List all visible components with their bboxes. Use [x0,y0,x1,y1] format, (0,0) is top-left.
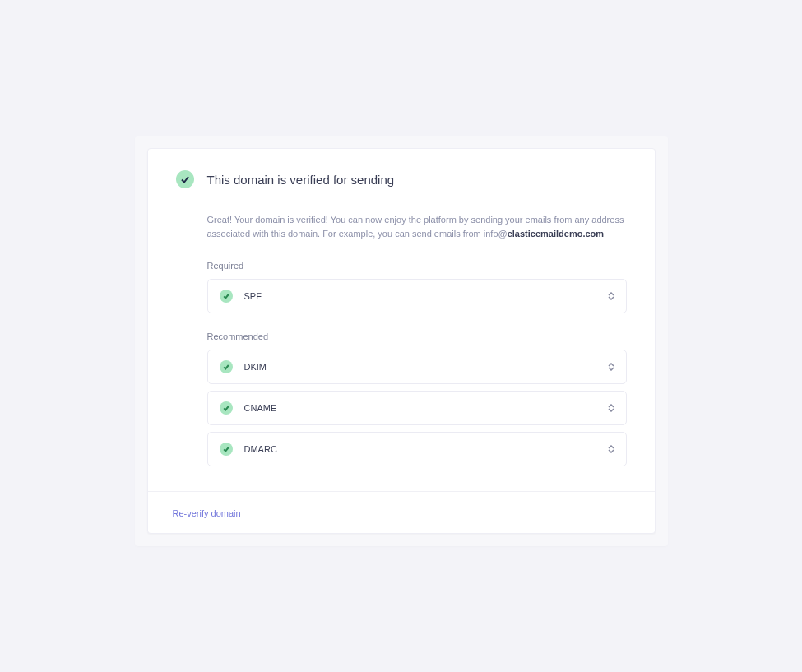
expand-collapse-icon [608,363,614,371]
expand-collapse-icon [608,445,614,453]
record-cname[interactable]: CNAME [207,391,627,425]
check-icon [220,290,233,303]
card-description: Great! Your domain is verified! You can … [176,213,627,241]
record-dmarc[interactable]: DMARC [207,432,627,466]
reverify-link[interactable]: Re-verify domain [173,508,241,518]
card-title: This domain is verified for sending [207,173,395,187]
record-dkim[interactable]: DKIM [207,350,627,384]
record-name: DMARC [244,444,608,454]
expand-collapse-icon [608,292,614,300]
domain-verification-panel: This domain is verified for sending Grea… [135,136,668,546]
required-section: Required SPF [176,261,627,313]
check-icon [220,401,233,415]
recommended-list: DKIM CNAME [207,350,627,466]
required-list: SPF [207,279,627,313]
card-footer: Re-verify domain [148,491,655,533]
required-label: Required [207,261,627,271]
check-icon [220,443,233,456]
check-icon [220,360,233,373]
card-header: This domain is verified for sending [176,170,627,188]
record-name: CNAME [244,403,608,413]
recommended-section: Recommended DKIM [176,331,627,466]
record-spf[interactable]: SPF [207,279,627,313]
description-domain: elasticemaildemo.com [508,229,604,239]
verification-card: This domain is verified for sending Grea… [147,148,656,534]
record-name: DKIM [244,362,608,372]
recommended-label: Recommended [207,331,627,341]
expand-collapse-icon [608,404,614,412]
verified-check-icon [176,170,194,188]
record-name: SPF [244,291,608,301]
